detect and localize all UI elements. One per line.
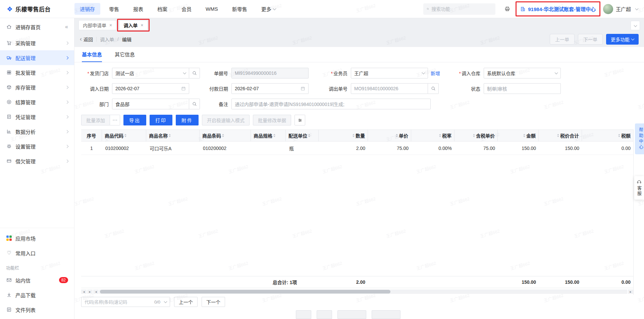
in-warehouse-select[interactable]: [484, 68, 561, 78]
sidebar-item-purchase[interactable]: 采购管理: [0, 36, 74, 50]
nav-item-inventory[interactable]: 进销存: [74, 3, 100, 15]
ship-store-search-button[interactable]: [189, 68, 200, 78]
nav-item-archives[interactable]: 档案: [152, 3, 173, 15]
help-center-tab[interactable]: 帮助中心: [635, 123, 644, 154]
tab-internal-request[interactable]: 内部申请单 ×: [78, 20, 116, 30]
sidebar-item-messages[interactable]: 站内信 82: [0, 273, 74, 287]
col-header-amount[interactable]: 金额: [498, 130, 539, 141]
salesman-select[interactable]: [351, 68, 428, 78]
sidebar-item-settings[interactable]: 设置管理: [0, 139, 74, 154]
nav-item-retail[interactable]: 零售: [104, 3, 124, 15]
col-header-spec[interactable]: 商品规格: [251, 130, 286, 141]
col-header-unit[interactable]: 配送单位: [286, 130, 319, 141]
department-search-button[interactable]: [189, 99, 200, 109]
sidebar-item-voucher[interactable]: 凭证管理: [0, 109, 74, 124]
customer-service-tab[interactable]: 客服: [634, 176, 644, 200]
user-menu[interactable]: 王广超: [603, 4, 638, 14]
sidebar-item-home[interactable]: 进销存首页 «: [0, 18, 74, 36]
display-settings-button[interactable]: [294, 115, 305, 125]
in-date-input[interactable]: [115, 86, 179, 91]
product-locate-input[interactable]: [85, 300, 152, 305]
close-icon[interactable]: ×: [109, 22, 112, 28]
out-doc-no-input[interactable]: [354, 86, 425, 91]
col-header-barcode[interactable]: 商品条码: [200, 130, 251, 141]
tab-transfer-in[interactable]: 调入单 ×: [119, 20, 148, 30]
department-input[interactable]: [115, 101, 186, 107]
in-warehouse-input[interactable]: [487, 70, 553, 76]
sidebar-item-wholesale[interactable]: 批发管理: [0, 65, 74, 80]
sidebar-item-app-market[interactable]: 应用市场: [0, 231, 74, 246]
col-header-price[interactable]: 单价: [368, 130, 411, 141]
back-button[interactable]: ‹ 返回: [80, 36, 93, 43]
nav-item-wms[interactable]: WMS: [200, 4, 223, 14]
scroll-left-button[interactable]: ◂: [81, 289, 87, 294]
sidebar-item-file-list[interactable]: 文件列表: [0, 302, 74, 317]
product-locate-box[interactable]: 0/0: [81, 297, 170, 307]
prev-doc-button[interactable]: 上一单: [550, 34, 575, 45]
salesman-input[interactable]: [354, 70, 420, 76]
batch-add-more-button[interactable]: ⋯: [110, 115, 120, 125]
col-header-product-code[interactable]: 商品代码: [102, 130, 146, 141]
global-search-input[interactable]: [431, 6, 492, 12]
next-item-button[interactable]: 下一个: [202, 297, 225, 307]
in-date-picker[interactable]: [112, 83, 189, 94]
sidebar-item-borrow[interactable]: 借欠管理: [0, 154, 74, 168]
global-search[interactable]: [423, 3, 495, 15]
sidebar-item-favorites[interactable]: ♡ 常用入口: [0, 246, 74, 260]
col-header-tax-total[interactable]: 税价合计: [539, 130, 582, 141]
out-doc-no-search-button[interactable]: [428, 83, 439, 94]
cutoff-button[interactable]: [296, 310, 311, 319]
nav-item-more[interactable]: 更多: [256, 3, 281, 15]
export-button[interactable]: 导出: [123, 115, 146, 125]
more-functions-button[interactable]: 更多功能: [606, 34, 639, 45]
tab-basic-info[interactable]: 基本信息: [82, 47, 102, 62]
sidebar-item-distribution[interactable]: 配送管理: [0, 50, 74, 65]
batch-add-button[interactable]: 批量添加: [81, 115, 110, 125]
ship-store-select[interactable]: [112, 68, 189, 78]
scrollbar-track[interactable]: [99, 289, 627, 294]
nav-item-reports[interactable]: 报表: [128, 3, 149, 15]
nav-item-members[interactable]: 会员: [176, 3, 197, 15]
speed-input-button[interactable]: 开启极速输入模式: [202, 115, 250, 125]
pay-date-picker[interactable]: [231, 83, 309, 94]
app-logo[interactable]: ❖ 乐檬零售后台: [7, 5, 74, 13]
col-header-product-name[interactable]: 商品名称: [146, 130, 200, 141]
scroll-right-button[interactable]: ▸: [87, 289, 93, 294]
prev-item-button[interactable]: 上一个: [174, 297, 198, 307]
sidebar-item-downloads[interactable]: 产品下载: [0, 287, 74, 302]
tab-list-dropdown[interactable]: [631, 21, 640, 30]
close-icon[interactable]: ×: [141, 22, 143, 28]
sidebar-item-settlement[interactable]: 结算管理: [0, 95, 74, 109]
cutoff-button[interactable]: [317, 310, 332, 319]
horizontal-scrollbar[interactable]: ◂ ▸ ◂ ▸: [81, 289, 633, 294]
nav-item-new-retail[interactable]: 新零售: [227, 3, 253, 15]
batch-modify-button[interactable]: 批量修改单据: [253, 115, 291, 125]
col-header-tax-rate[interactable]: 税率: [411, 130, 454, 141]
col-header-qty[interactable]: 数量: [319, 130, 368, 141]
account-selector[interactable]: 91984-华北测试账套-管理中心: [519, 4, 597, 13]
sidebar-collapse-icon[interactable]: «: [65, 24, 68, 30]
scroll-step-left[interactable]: ◂: [93, 289, 99, 294]
sidebar-item-analytics[interactable]: 数据分析: [0, 124, 74, 139]
remark-input[interactable]: [235, 101, 427, 107]
cutoff-button[interactable]: [372, 310, 400, 319]
pay-date-input[interactable]: [235, 86, 299, 91]
attachment-button[interactable]: 附件: [176, 115, 199, 125]
out-doc-no-field[interactable]: [351, 83, 428, 94]
department-field[interactable]: [112, 99, 189, 109]
table-row[interactable]: 1 010200002 可口可乐A 010200002 瓶 2.00 75.00…: [81, 142, 633, 155]
add-salesman-link[interactable]: 新增: [431, 70, 440, 76]
col-header-price-with-tax[interactable]: 含税单价: [454, 130, 498, 141]
ship-store-input[interactable]: [115, 70, 181, 76]
print-button[interactable]: 打印: [150, 115, 172, 125]
tab-other-info[interactable]: 其它信息: [115, 47, 135, 62]
col-header-tax[interactable]: 税额: [582, 130, 633, 141]
breadcrumb-parent[interactable]: 调入单: [100, 36, 114, 43]
sidebar-item-stock[interactable]: 库存管理: [0, 80, 74, 95]
remark-field[interactable]: [231, 99, 431, 109]
cutoff-button[interactable]: [337, 310, 366, 319]
scrollbar-thumb[interactable]: [100, 290, 390, 294]
next-doc-button[interactable]: 下一单: [578, 34, 603, 45]
scroll-step-right[interactable]: ▸: [628, 289, 633, 294]
printer-icon[interactable]: [501, 3, 513, 15]
